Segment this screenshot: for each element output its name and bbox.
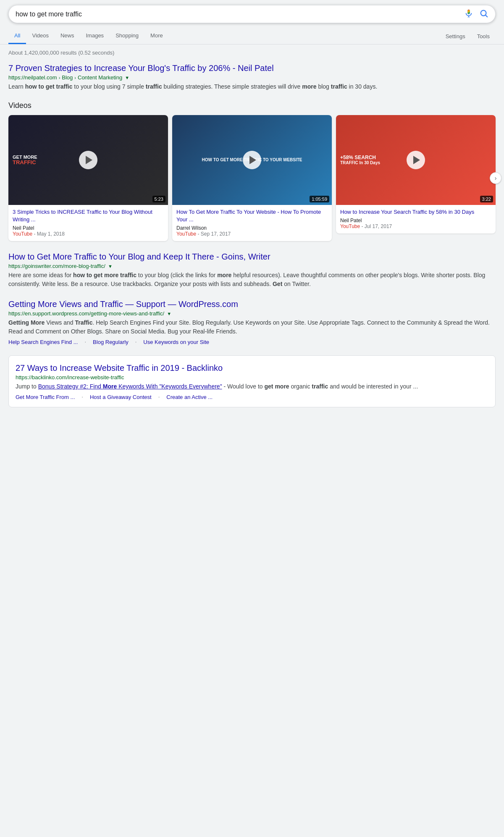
video-source-3: YouTube (340, 223, 360, 229)
breadcrumb-arrow-1: › (59, 75, 60, 80)
dropdown-arrow-1[interactable]: ▼ (125, 75, 129, 80)
result-link-3[interactable]: Getting More Views and Traffic — Support… (8, 299, 496, 310)
result-link-1[interactable]: 7 Proven Strategies to Increase Your Blo… (8, 63, 496, 73)
video-link-3[interactable]: How to Increase Your Search Traffic by 5… (340, 208, 491, 216)
sitelink-link-3-1[interactable]: Help Search Engines Find ... (8, 339, 78, 345)
video-thumb-1[interactable]: GET MORE TRAFFIC 5:23 (8, 115, 168, 205)
video-title-3: How to Increase Your Search Traffic by 5… (340, 208, 491, 216)
sitelink-4-3: Create an Active ... (166, 394, 213, 400)
video-meta-1: Neil Patel YouTube - May 1, 2018 (13, 225, 164, 237)
result-snippet-3: Getting More Views and Traffic. Help Sea… (8, 318, 496, 336)
results-container: About 1,420,000,000 results (0.52 second… (0, 45, 504, 422)
thumb-text-percent: +58% SEARCH (340, 155, 376, 160)
sitelinks-4: Get More Traffic From ... · Host a Givea… (16, 394, 488, 400)
result-link-2[interactable]: How to Get More Traffic to Your Blog and… (8, 251, 496, 262)
tab-settings[interactable]: Settings (440, 29, 471, 44)
video-thumb-3[interactable]: +58% SEARCH TRAFFIC In 30 Days 3:22 (336, 115, 496, 205)
result-title-3: Getting More Views and Traffic — Support… (8, 299, 496, 310)
result-domain-4: https://backlinko.com/increase-website-t… (16, 374, 124, 380)
video-duration-3: 3:22 (480, 196, 493, 202)
search-input[interactable] (16, 10, 464, 18)
tab-shopping[interactable]: Shopping (110, 28, 144, 44)
video-card-1: GET MORE TRAFFIC 5:23 3 Simple Tricks to… (8, 115, 168, 241)
breadcrumb-sep-1: › (74, 75, 76, 80)
result-snippet-2: Here are some ideas for how to get more … (8, 271, 496, 289)
sitelink-sep-3-2: · (135, 338, 137, 345)
video-title-1: 3 Simple Tricks to INCREASE Traffic to Y… (13, 208, 164, 223)
search-header (0, 0, 504, 23)
sitelink-sep-4-2: · (158, 394, 160, 400)
video-thumb-2[interactable]: HOW TO GET MORE TRAFFIC TO YOUR WEBSITE … (172, 115, 332, 205)
video-info-1: 3 Simple Tricks to INCREASE Traffic to Y… (8, 205, 168, 241)
dropdown-arrow-2[interactable]: ▼ (108, 264, 113, 269)
result-title-4: 27 Ways to Increase Website Traffic in 2… (16, 362, 488, 373)
result-domain-1: https://neilpatel.com (8, 74, 57, 81)
video-date-sep-3: - (362, 223, 365, 229)
result-title-2: How to Get More Traffic to Your Blog and… (8, 251, 496, 262)
svg-rect-2 (467, 10, 470, 14)
result-snippet-4: Jump to Bonus Strategy #2: Find More Key… (16, 382, 488, 391)
sitelink-4-1: Get More Traffic From ... (16, 394, 75, 400)
video-date-3: Jul 17, 2017 (365, 223, 392, 229)
sitelink-link-4-3[interactable]: Create an Active ... (166, 394, 213, 400)
dropdown-arrow-3[interactable]: ▼ (167, 311, 171, 316)
search-box (8, 5, 496, 23)
search-bar-row (8, 5, 496, 23)
play-button-2[interactable] (243, 151, 261, 169)
tabs-row: All Videos News Images Shopping More Set… (0, 28, 504, 45)
tab-videos[interactable]: Videos (26, 28, 55, 44)
videos-section: Videos GET MORE TRAFFIC 5:23 3 (8, 101, 496, 241)
organic-result-4: 27 Ways to Increase Website Traffic in 2… (8, 355, 496, 407)
tab-news[interactable]: News (55, 28, 80, 44)
svg-rect-1 (467, 17, 470, 17)
sitelink-link-4-2[interactable]: Host a Giveaway Contest (90, 394, 152, 400)
video-meta-3: Neil Patel YouTube - Jul 17, 2017 (340, 218, 491, 229)
sitelinks-3: Help Search Engines Find ... · Blog Regu… (8, 338, 496, 345)
play-button-1[interactable] (79, 151, 97, 169)
video-date-1: May 1, 2018 (37, 231, 65, 237)
results-count: About 1,420,000,000 results (0.52 second… (8, 50, 496, 56)
video-date-sep-1: - (34, 231, 37, 237)
snippet-link-4[interactable]: Bonus Strategy #2: Find More Keywords Wi… (38, 383, 222, 390)
tab-images[interactable]: Images (80, 28, 110, 44)
video-info-2: How To Get More Traffic To Your Website … (172, 205, 332, 241)
video-info-3: How to Increase Your Search Traffic by 5… (336, 205, 496, 234)
search-icons (464, 9, 488, 19)
result-url-3: https://en.support.wordpress.com/getting… (8, 310, 496, 317)
video-duration-1: 5:23 (152, 196, 165, 202)
result-url-2: https://goinswriter.com/more-blog-traffi… (8, 263, 496, 269)
tab-more[interactable]: More (144, 28, 169, 44)
tab-tools[interactable]: Tools (471, 29, 496, 44)
video-card-2: HOW TO GET MORE TRAFFIC TO YOUR WEBSITE … (172, 115, 332, 241)
result-url-4: https://backlinko.com/increase-website-t… (16, 374, 488, 380)
svg-line-4 (486, 15, 487, 17)
sitelink-link-3-3[interactable]: Use Keywords on your Site (143, 339, 209, 345)
result-link-4[interactable]: 27 Ways to Increase Website Traffic in 2… (16, 362, 488, 373)
video-date-sep-2: - (198, 231, 201, 237)
sitelink-link-4-1[interactable]: Get More Traffic From ... (16, 394, 75, 400)
sitelink-sep-4-1: · (81, 394, 83, 400)
play-button-3[interactable] (407, 151, 425, 169)
video-author-1: Neil Patel (13, 225, 34, 231)
video-thumb-bg-2: HOW TO GET MORE TRAFFIC TO YOUR WEBSITE (172, 115, 332, 205)
video-author-2: Darrel Wilson (176, 225, 207, 231)
mic-icon[interactable] (464, 9, 473, 19)
result-breadcrumb-1: Blog (62, 74, 73, 81)
result-snippet-1: Learn how to get traffic to your blog us… (8, 82, 496, 91)
video-date-2: Sep 17, 2017 (201, 231, 231, 237)
organic-result-1: 7 Proven Strategies to Increase Your Blo… (8, 63, 496, 91)
search-button-icon[interactable] (479, 9, 488, 19)
result-domain-3: https://en.support.wordpress.com/getting… (8, 310, 164, 317)
sitelink-sep-3-1: · (84, 338, 86, 345)
carousel-next-arrow[interactable]: › (490, 172, 501, 184)
video-link-1[interactable]: 3 Simple Tricks to INCREASE Traffic to Y… (13, 208, 164, 223)
sitelink-3-3: Use Keywords on your Site (143, 338, 209, 345)
video-title-2: How To Get More Traffic To Your Website … (176, 208, 328, 223)
video-card-3: +58% SEARCH TRAFFIC In 30 Days 3:22 How … (336, 115, 496, 234)
organic-result-3: Getting More Views and Traffic — Support… (8, 299, 496, 345)
video-author-3: Neil Patel (340, 218, 362, 223)
tab-all[interactable]: All (8, 28, 26, 44)
video-source-1: YouTube (13, 231, 32, 237)
video-link-2[interactable]: How To Get More Traffic To Your Website … (176, 208, 328, 223)
sitelink-link-3-2[interactable]: Blog Regularly (93, 339, 129, 345)
